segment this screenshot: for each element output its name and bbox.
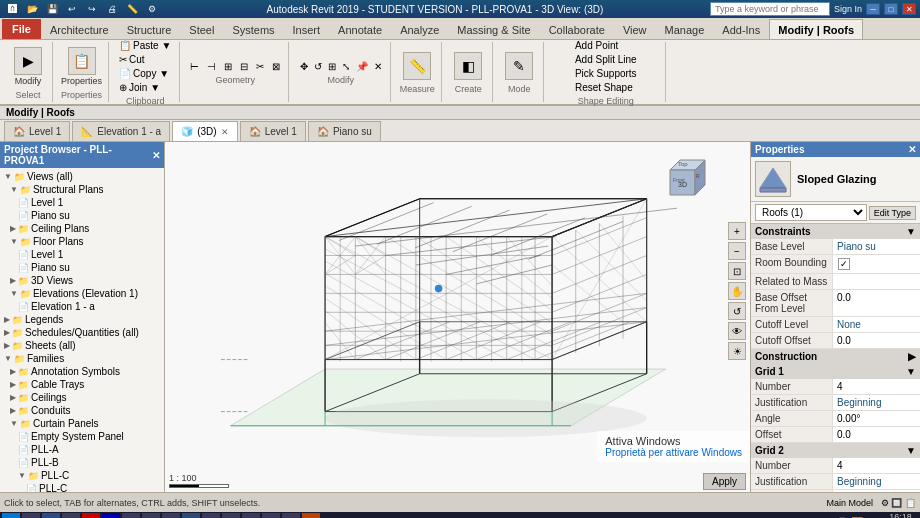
tree-legends[interactable]: ▶ 📁 Legends [2,313,162,326]
measure-button[interactable]: 📏 [399,50,435,82]
grid1-number-value[interactable]: 4 [833,379,920,394]
mirror-button[interactable]: ⊟ [238,60,250,73]
taskbar-search[interactable]: 🔍 [22,513,40,518]
rotate-button[interactable]: ↺ [312,60,324,73]
qa-open[interactable]: 📂 [24,2,40,16]
cutoff-level-value[interactable]: None [833,317,920,332]
tree-floor-plans[interactable]: ▼ 📁 Floor Plans [2,235,162,248]
tree-level1-floor[interactable]: 📄 Level 1 [2,248,162,261]
tab-analyze[interactable]: Analyze [391,19,448,39]
tab-collaborate[interactable]: Collaborate [540,19,614,39]
navigation-cube[interactable]: 3D Top Front R [650,150,710,210]
base-level-value[interactable]: Piano su [833,239,920,254]
tree-pianosu-structural[interactable]: 📄 Piano su [2,209,162,222]
tree-pll-a[interactable]: 📄 PLL-A [2,443,162,456]
qa-print[interactable]: 🖨 [104,2,120,16]
taskbar-app10[interactable]: A [282,513,300,518]
properties-close[interactable]: ✕ [908,144,916,155]
search-input[interactable] [710,2,830,16]
create-button[interactable]: ◧ [450,50,486,82]
grid1-angle-value[interactable]: 0.00° [833,411,920,426]
tree-ceilings[interactable]: ▶ 📁 Ceilings [2,391,162,404]
offset-button[interactable]: ⊞ [222,60,234,73]
taskbar-app3[interactable]: A [122,513,140,518]
taskbar-revit[interactable]: R [182,513,200,518]
taskbar-app8[interactable]: M [242,513,260,518]
grid2-number-value[interactable]: 4 [833,458,920,473]
close-button[interactable]: ✕ [902,3,916,15]
activate-windows-link[interactable]: Proprietà per attivare Windows [605,447,742,458]
unpin-button[interactable]: ✕ [372,60,384,73]
grid2-angle-value[interactable]: 0.00° [833,490,920,492]
taskbar-ie[interactable]: 🌐 [42,513,60,518]
sign-in-link[interactable]: Sign In [834,4,862,14]
tab-architecture[interactable]: Architecture [41,19,118,39]
tree-cable-trays[interactable]: ▶ 📁 Cable Trays [2,378,162,391]
view-tab-level1-2[interactable]: 🏠 Level 1 [240,121,306,141]
add-split-line-button[interactable]: Add Split Line [573,53,639,66]
paste-button[interactable]: 📋Paste ▼ [117,39,173,52]
room-bounding-checkbox[interactable]: ✓ [838,258,850,270]
tree-empty-system[interactable]: 📄 Empty System Panel [2,430,162,443]
taskbar-app11[interactable]: P [302,513,320,518]
view-tab-elevation1a[interactable]: 📐 Elevation 1 - a [72,121,170,141]
tab-annotate[interactable]: Annotate [329,19,391,39]
pin-button[interactable]: 📌 [354,60,370,73]
cutoff-offset-value[interactable]: 0.0 [833,333,920,348]
split-button[interactable]: ⊣ [205,60,218,73]
tree-pll-c[interactable]: ▼ 📁 PLL-C [2,469,162,482]
zoom-in-button[interactable]: + [728,222,746,240]
taskbar-app9[interactable]: A [262,513,280,518]
view-tab-3d-close[interactable]: ✕ [221,127,229,137]
tab-insert[interactable]: Insert [284,19,330,39]
zoom-out-button[interactable]: − [728,242,746,260]
rotate-view-button[interactable]: ↺ [728,302,746,320]
tree-curtain-panels[interactable]: ▼ 📁 Curtain Panels [2,417,162,430]
tree-ceiling-plans[interactable]: ▶ 📁 Ceiling Plans [2,222,162,235]
grid1-justification-value[interactable]: Beginning [833,395,920,410]
mode-button[interactable]: ✎ [501,50,537,82]
view-tab-pianosu[interactable]: 🏠 Piano su [308,121,381,141]
view-area[interactable]: 3D Top Front R + − ⊡ ✋ ↺ 👁 ☀ 1 : 100 [165,142,750,492]
taskbar-app4[interactable]: 🎭 [142,513,160,518]
tab-steel[interactable]: Steel [180,19,223,39]
pick-supports-button[interactable]: Pick Supports [573,67,639,80]
qa-undo[interactable]: ↩ [64,2,80,16]
taskbar-app5[interactable]: P [162,513,180,518]
constraints-toggle[interactable]: ▼ [906,226,916,237]
view-type-button[interactable]: 👁 [728,322,746,340]
extend-button[interactable]: ⊠ [270,60,282,73]
view-canvas[interactable]: 3D Top Front R + − ⊡ ✋ ↺ 👁 ☀ 1 : 100 [165,142,750,492]
tree-pll-b[interactable]: 📄 PLL-B [2,456,162,469]
tab-modify-roofs[interactable]: Modify | Roofs [769,19,863,39]
tree-families[interactable]: ▼ 📁 Families [2,352,162,365]
minimize-button[interactable]: ─ [866,3,880,15]
tree-structural-plans[interactable]: ▼ 📁 Structural Plans [2,183,162,196]
view-tab-level1-1[interactable]: 🏠 Level 1 [4,121,70,141]
align-button[interactable]: ⊢ [188,60,201,73]
trim-button[interactable]: ✂ [254,60,266,73]
tree-conduits[interactable]: ▶ 📁 Conduits [2,404,162,417]
tree-schedules[interactable]: ▶ 📁 Schedules/Quantities (all) [2,326,162,339]
room-bounding-value[interactable]: ✓ [833,255,920,273]
tab-massing[interactable]: Massing & Site [448,19,539,39]
reset-shape-button[interactable]: Reset Shape [573,81,639,94]
add-point-button[interactable]: Add Point [573,39,639,52]
scale-button[interactable]: ⤡ [340,60,352,73]
tree-sheets[interactable]: ▶ 📁 Sheets (all) [2,339,162,352]
taskbar-app2[interactable]: 🔵 [102,513,120,518]
tree-level1-structural[interactable]: 📄 Level 1 [2,196,162,209]
tab-systems[interactable]: Systems [223,19,283,39]
type-dropdown[interactable]: Roofs (1) [755,204,867,221]
pan-button[interactable]: ✋ [728,282,746,300]
tree-elevations[interactable]: ▼ 📁 Elevations (Elevation 1) [2,287,162,300]
grid2-justification-value[interactable]: Beginning [833,474,920,489]
taskbar-app1[interactable]: 🛡 [82,513,100,518]
tab-addins[interactable]: Add-Ins [713,19,769,39]
qa-measure[interactable]: 📏 [124,2,140,16]
grid1-offset-value[interactable]: 0.0 [833,427,920,442]
modify-button[interactable]: ▶ Modify [10,45,46,88]
tab-manage[interactable]: Manage [656,19,714,39]
construction-toggle[interactable]: ▶ [908,351,916,362]
tree-elevation1a[interactable]: 📄 Elevation 1 - a [2,300,162,313]
